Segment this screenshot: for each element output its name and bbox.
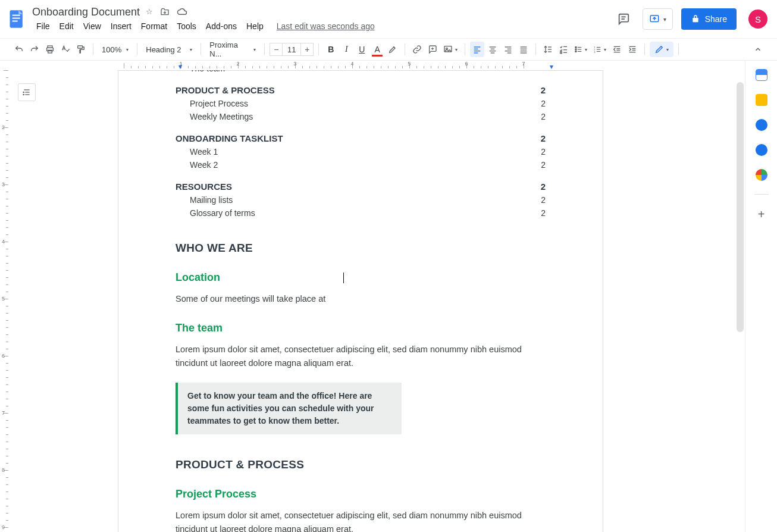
menu-addons[interactable]: Add-ons xyxy=(202,20,241,33)
align-right-button[interactable] xyxy=(501,42,515,57)
svg-rect-2 xyxy=(12,18,20,19)
italic-button[interactable]: I xyxy=(339,42,353,57)
line-spacing-button[interactable] xyxy=(541,42,555,57)
cloud-status-icon[interactable] xyxy=(177,7,187,17)
toc-entry[interactable]: Week 12 xyxy=(190,147,546,157)
menu-help[interactable]: Help xyxy=(242,20,268,33)
body-project-process[interactable]: Lorem ipsum dolor sit amet, consectetuer… xyxy=(176,509,546,532)
title-bar: Onboarding Document ☆ File Edit View Ins… xyxy=(0,0,777,38)
redo-button[interactable] xyxy=(27,42,42,57)
svg-text:3: 3 xyxy=(594,51,596,54)
align-justify-button[interactable] xyxy=(516,42,531,57)
move-icon[interactable] xyxy=(160,7,170,17)
toc-section[interactable]: ONBOARDING TASKLIST2 xyxy=(176,133,546,143)
share-label: Share xyxy=(705,14,727,24)
font-select[interactable]: Proxima N... xyxy=(206,40,259,58)
menu-insert[interactable]: Insert xyxy=(106,20,136,33)
vertical-ruler[interactable]: 23456789 xyxy=(0,70,10,532)
heading-location-text: Location xyxy=(176,271,220,283)
tasks-icon[interactable] xyxy=(756,119,767,131)
toc-entry[interactable]: Glossary of terms2 xyxy=(190,208,546,218)
collapse-toolbar-button[interactable] xyxy=(751,42,765,57)
heading-product-process[interactable]: PRODUCT & PROCESS xyxy=(176,458,546,471)
print-button[interactable] xyxy=(43,42,57,57)
text-color-button[interactable]: A xyxy=(370,42,384,57)
callout-box[interactable]: Get to know your team and the office! He… xyxy=(176,383,402,434)
toc-section[interactable]: RESOURCES2 xyxy=(176,181,546,192)
keep-icon[interactable] xyxy=(756,94,767,106)
indent-decrease-button[interactable] xyxy=(610,42,624,57)
underline-button[interactable]: U xyxy=(355,42,369,57)
document-canvas[interactable]: The team PRODUCT & PROCESS2Project Proce… xyxy=(10,70,745,532)
font-size-increase-button[interactable]: + xyxy=(300,43,314,56)
side-panel: + xyxy=(745,61,777,532)
insert-link-button[interactable] xyxy=(410,42,424,57)
heading-location[interactable]: Location xyxy=(176,271,546,284)
svg-rect-36 xyxy=(560,52,562,54)
workspace: 1234567▾▾ 23456789 The team PRODUCT & PR… xyxy=(0,61,777,532)
share-button[interactable]: Share xyxy=(681,8,737,30)
menu-format[interactable]: Format xyxy=(137,20,171,33)
maps-icon[interactable] xyxy=(756,169,767,181)
spellcheck-button[interactable] xyxy=(58,42,73,57)
menu-bar: File Edit View Insert Format Tools Add-o… xyxy=(32,20,379,33)
sidepanel-divider xyxy=(754,194,769,195)
insert-image-button[interactable] xyxy=(441,42,460,57)
font-size-decrease-button[interactable]: − xyxy=(270,43,283,56)
horizontal-ruler[interactable]: 1234567▾▾ xyxy=(6,61,745,70)
svg-rect-10 xyxy=(78,46,83,48)
scrollbar-thumb[interactable] xyxy=(737,82,744,332)
toc-entry[interactable]: Project Process2 xyxy=(190,99,546,108)
paragraph-style-select[interactable]: Heading 2 xyxy=(142,45,196,54)
toc-entry[interactable]: Mailing lists2 xyxy=(190,195,546,205)
svg-point-39 xyxy=(575,49,577,50)
bulleted-list-button[interactable] xyxy=(572,42,590,57)
present-button[interactable]: ▾ xyxy=(643,8,673,30)
highlight-button[interactable] xyxy=(386,42,400,57)
undo-button[interactable] xyxy=(12,42,26,57)
body-team[interactable]: Lorem ipsum dolor sit amet, consectetuer… xyxy=(176,343,546,370)
font-size-control: − 11 + xyxy=(270,43,314,56)
checklist-button[interactable] xyxy=(556,42,571,57)
insert-comment-button[interactable] xyxy=(425,42,440,57)
document-title[interactable]: Onboarding Document xyxy=(32,6,140,18)
font-size-value[interactable]: 11 xyxy=(283,43,300,56)
svg-point-38 xyxy=(575,46,577,48)
indent-increase-button[interactable] xyxy=(625,42,640,57)
last-edit-link[interactable]: Last edit was seconds ago xyxy=(272,20,379,33)
comments-icon[interactable] xyxy=(613,8,634,30)
body-location[interactable]: Some of our meetings will take place at xyxy=(176,292,546,305)
contacts-icon[interactable] xyxy=(756,144,767,156)
toc-entry[interactable]: The team xyxy=(190,70,546,73)
svg-rect-3 xyxy=(12,20,18,21)
numbered-list-button[interactable]: 123 xyxy=(591,42,609,57)
menu-edit[interactable]: Edit xyxy=(55,20,78,33)
add-addon-button[interactable]: + xyxy=(758,208,765,221)
text-caret-icon xyxy=(343,273,344,283)
editing-mode-button[interactable] xyxy=(650,42,673,57)
menu-tools[interactable]: Tools xyxy=(173,20,200,33)
paint-format-button[interactable] xyxy=(74,42,88,57)
calendar-icon[interactable] xyxy=(756,69,767,81)
menu-file[interactable]: File xyxy=(32,20,54,33)
align-left-button[interactable] xyxy=(470,42,484,57)
heading-team[interactable]: The team xyxy=(176,322,546,334)
svg-rect-1 xyxy=(12,15,20,16)
heading-project-process[interactable]: Project Process xyxy=(176,488,546,500)
align-center-button[interactable] xyxy=(485,42,500,57)
editor-area: 1234567▾▾ 23456789 The team PRODUCT & PR… xyxy=(0,61,745,532)
star-icon[interactable]: ☆ xyxy=(146,7,153,17)
svg-point-40 xyxy=(575,51,577,52)
heading-who-we-are[interactable]: WHO WE ARE xyxy=(176,242,546,255)
bold-button[interactable]: B xyxy=(324,42,338,57)
menu-view[interactable]: View xyxy=(79,20,105,33)
page[interactable]: The team PRODUCT & PROCESS2Project Proce… xyxy=(118,70,603,532)
docs-logo-icon[interactable] xyxy=(5,7,29,31)
toc-entry[interactable]: Weekly Meetings2 xyxy=(190,112,546,121)
zoom-select[interactable]: 100% xyxy=(98,45,132,54)
account-avatar[interactable]: S xyxy=(748,10,767,29)
toc-section[interactable]: PRODUCT & PROCESS2 xyxy=(176,85,546,95)
toc-entry[interactable]: Week 22 xyxy=(190,160,546,170)
toolbar: 100% Heading 2 Proxima N... − 11 + B I U… xyxy=(0,38,777,61)
title-icons: ☆ xyxy=(146,7,187,17)
